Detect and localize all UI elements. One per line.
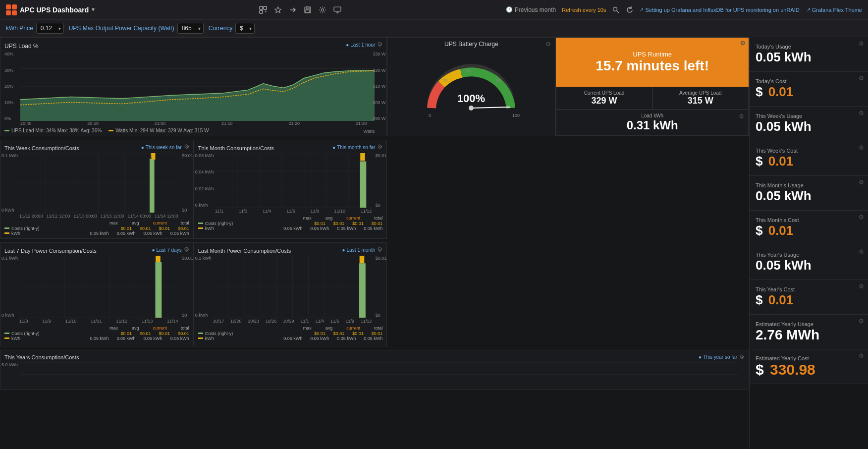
legend-watts-text: Watts Min: 294 W Max: 329 W Avg: 315 W (115, 128, 209, 133)
todays-cost-gear[interactable]: ⚙ (859, 75, 864, 82)
app-title-arrow[interactable]: ▾ (92, 6, 95, 13)
refresh-label[interactable]: Refresh every 10s (562, 7, 606, 13)
app-logo[interactable]: APC UPS Dashboard ▾ (6, 4, 95, 15)
week-usage-value: 0.05 kWh (756, 119, 812, 134)
month-usage-gear[interactable]: ⚙ (859, 179, 864, 186)
star-icon[interactable] (274, 6, 282, 14)
todays-cost-currency: $ (756, 84, 762, 99)
week-cost-gear[interactable]: ⚙ (859, 144, 864, 151)
monitor-icon[interactable] (333, 6, 341, 14)
topnav-left: APC UPS Dashboard ▾ (6, 4, 95, 15)
add-panel-icon[interactable]: + (259, 6, 267, 14)
time-control[interactable]: 🕐 Previous month (506, 6, 556, 13)
nav-link-grafana[interactable]: ↗ Setting up Grafana and InfluxDB for UP… (640, 7, 799, 13)
save-icon[interactable] (304, 6, 312, 14)
month-cost-gear[interactable]: ⚙ (859, 214, 864, 221)
svg-text:50: 50 (466, 68, 471, 73)
year-chart-title: This Years Consumption/Costs (4, 352, 79, 360)
ups-load-svg (20, 52, 375, 121)
search-icon[interactable] (612, 6, 620, 14)
kwh-price-select[interactable]: 0.12 (36, 23, 64, 34)
svg-marker-17 (20, 70, 375, 121)
load-kwh-label: Load kWh (560, 113, 744, 118)
year-svg (19, 362, 739, 387)
svg-rect-9 (334, 7, 341, 11)
kwh-price-select-wrap: 0.12 (36, 23, 64, 34)
week7-y2-axis: $0.01$0 (182, 256, 193, 318)
est-year-usage-gear[interactable]: ⚙ (859, 318, 864, 325)
capacity-label: UPS Max Output Power Capacity (Watt) (69, 25, 174, 32)
kwh-price-group: kWh Price 0.12 (6, 23, 64, 34)
settings-icon[interactable] (319, 6, 326, 14)
todays-cost-panel: ⚙ Today's Cost $ 0.01 (750, 72, 868, 107)
runtime-sub-grid: Current UPS Load 329 W ⚙ Average UPS Loa… (556, 87, 749, 110)
currency-select-wrap: $ (235, 23, 255, 34)
toolbar: kWh Price 0.12 UPS Max Output Power Capa… (0, 20, 868, 37)
month-last-y-axis: 0.1 kWh0 kWh (195, 256, 212, 318)
legend-load-text: UPS Load Min: 34% Max: 38% Avg: 36% (11, 128, 102, 133)
runtime-panel: UPS Runtime 15.7 minutes left! Current U… (555, 37, 749, 136)
week-usage-title: This Week's Usage (756, 113, 802, 119)
nav-link-plex[interactable]: ↗ Grafana Plex Theme (807, 7, 862, 13)
refresh-icon[interactable] (626, 6, 634, 14)
year-chart-panel: This Years Consumption/Costs ● This year… (0, 350, 749, 390)
month-last-stats-header: maxavgcurrenttotal (198, 326, 383, 331)
year-y-axis: 6.0 kWh (1, 362, 18, 387)
stat-column: ⚙ Today's Usage 0.05 kWh ⚙ Today's Cost … (749, 37, 868, 449)
month-last-costs-row: Costs (right-y) $0.01$0.01$0.01$0.01 (198, 331, 383, 336)
week-y-axis: 0.1 kWh0 kWh (1, 153, 18, 213)
month-last-chart-header: Last Month Power Consumption/Costs ● Las… (194, 243, 387, 256)
week7-chart-panel: Last 7 Day Power Consumption/Costs ● Las… (0, 242, 194, 346)
currency-select[interactable]: $ (235, 23, 255, 34)
svg-rect-48 (360, 161, 366, 208)
month-last-chart-gear[interactable]: ⚙ (377, 246, 382, 253)
week-chart-panel: This Week Consumption/Costs ● This week … (0, 140, 194, 239)
load-kwh-gear[interactable]: ⚙ (739, 113, 744, 120)
est-year-usage-title: Estimated Yearly Usage (756, 321, 814, 327)
month-kwh-row: kWh 0.05 kWh0.05 kWh0.05 kWh0.05 kWh (198, 226, 383, 231)
svg-rect-37 (152, 153, 156, 160)
avg-load-value: 315 W (657, 96, 744, 106)
load-kwh-value: 0.31 kWh (560, 118, 744, 132)
week-chart-series: ● This week so far ⤢ (141, 145, 189, 150)
year-cost-gear[interactable]: ⚙ (859, 283, 864, 290)
nav-links: ↗ Setting up Grafana and InfluxDB for UP… (640, 7, 862, 13)
gauge-svg: 100% 0 50 100 20 80 (422, 63, 521, 118)
ups-load-legend: UPS Load Min: 34% Max: 38% Avg: 36% Watt… (0, 127, 386, 134)
month-chart-gear[interactable]: ⚙ (377, 143, 382, 150)
month-last-stats: maxavgcurrenttotal Costs (right-y) $0.01… (194, 325, 387, 342)
week-chart-gear[interactable]: ⚙ (184, 143, 189, 150)
week7-chart-gear[interactable]: ⚙ (184, 246, 189, 253)
todays-usage-gear[interactable]: ⚙ (859, 40, 864, 47)
month-stats-header: maxavgcurrenttotal (198, 216, 383, 221)
week-svg (19, 153, 178, 213)
svg-rect-35 (150, 159, 155, 213)
month-chart-area: 0.06 kWh0.04 kWh0.02 kWh0 kWh (194, 153, 387, 208)
battery-gear[interactable]: ⚙ (545, 41, 551, 48)
svg-line-11 (617, 11, 619, 13)
runtime-value: 15.7 minutes left! (596, 58, 709, 74)
avg-load-gear[interactable]: ⚙ (740, 40, 746, 47)
est-year-cost-panel: ⚙ Estimated Yearly Cost $ 330.98 (750, 349, 868, 384)
currency-group: Currency $ (209, 23, 255, 34)
week7-costs-row: Costs (right-y) $0.01$0.01$0.01$0.01 (4, 331, 189, 336)
ups-load-panel: UPS Load % ● Last 1 hour ⤢ ⚙ 40%30%20%10… (0, 37, 387, 136)
capacity-select[interactable]: 865 (177, 23, 204, 34)
watts-label-right: Watts (364, 129, 375, 134)
week-cost-panel: ⚙ This Week's Cost $ 0.01 (750, 141, 868, 176)
week-x-ticks: 11/12 00:0011/12 12:0011/13 00:0011/13 1… (0, 213, 193, 220)
ups-load-gear[interactable]: ⚙ (377, 41, 382, 48)
year-usage-gear[interactable]: ⚙ (859, 248, 864, 255)
topnav: APC UPS Dashboard ▾ + 🕐 Previous month R… (0, 0, 868, 20)
share-icon[interactable] (289, 6, 297, 14)
week-usage-gear[interactable]: ⚙ (859, 110, 864, 116)
runtime-orange-section: UPS Runtime 15.7 minutes left! (556, 38, 749, 87)
todays-usage-title: Today's Usage (756, 44, 791, 50)
week7-stats: maxavgcurrenttotal Costs (right-y) $0.01… (0, 325, 193, 342)
year-chart-gear[interactable]: ⚙ (739, 353, 745, 360)
legend-load: UPS Load Min: 34% Max: 38% Avg: 36% (4, 128, 102, 133)
svg-text:0: 0 (429, 113, 431, 118)
est-year-cost-gear[interactable]: ⚙ (859, 352, 864, 359)
week-cost-title: This Week's Cost (756, 148, 798, 154)
current-load-panel: Current UPS Load 329 W ⚙ (556, 87, 652, 110)
